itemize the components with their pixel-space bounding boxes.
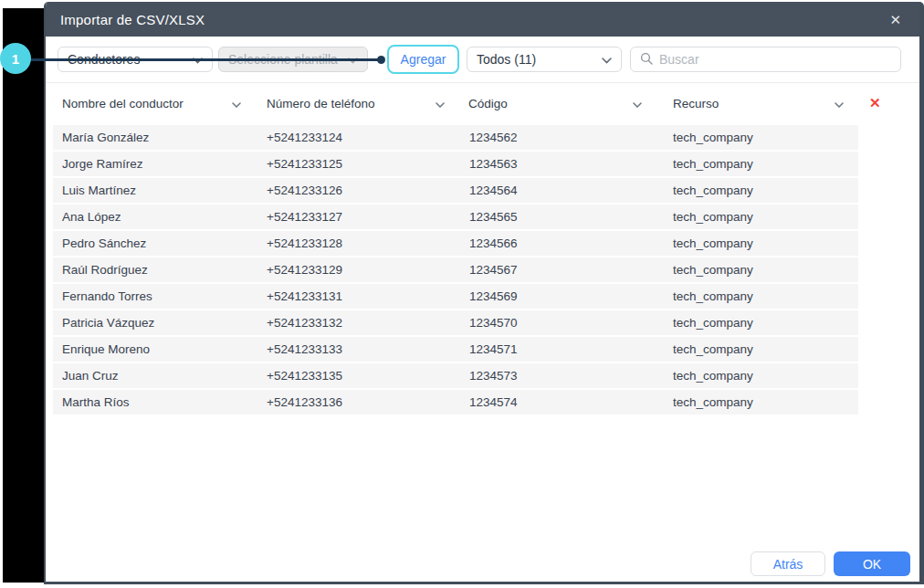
cell-phone: +5241233132: [256, 316, 459, 330]
column-header-code[interactable]: Código: [459, 97, 662, 110]
table-header-row: Nombre del conductor Número de teléfono …: [46, 83, 919, 123]
cell-resource: tech_company: [662, 289, 858, 303]
cell-code: 1234569: [459, 289, 662, 303]
import-csv-dialog: Importar de CSV/XLSX ✕ Conductores Selec…: [44, 2, 924, 584]
table-body: María González +5241233124 1234562 tech_…: [46, 125, 919, 415]
cell-code: 1234574: [459, 395, 662, 409]
table-row: Jorge Ramírez +5241233125 1234563 tech_c…: [53, 152, 858, 176]
dialog-footer: Atrás OK: [751, 551, 910, 576]
column-header-resource[interactable]: Recurso: [662, 97, 858, 110]
cell-resource: tech_company: [662, 210, 858, 224]
filter-select-value: Todos (11): [477, 52, 536, 67]
cell-phone: +5241233135: [256, 369, 459, 383]
cell-name: Raúl Rodríguez: [53, 263, 256, 277]
cell-resource: tech_company: [662, 263, 858, 277]
table-row: Patricia Vázquez +5241233132 1234570 tec…: [53, 310, 858, 335]
column-header-label: Nombre del conductor: [62, 97, 184, 110]
ok-button[interactable]: OK: [834, 551, 910, 576]
page-backdrop: [3, 8, 45, 583]
search-field: [630, 47, 901, 72]
cell-name: Fernando Torres: [53, 289, 256, 303]
chevron-down-icon: [436, 97, 445, 110]
cell-resource: tech_company: [662, 342, 858, 356]
table-row: Enrique Moreno +5241233133 1234571 tech_…: [53, 337, 858, 362]
cell-phone: +5241233136: [256, 395, 459, 409]
chevron-down-icon: [232, 97, 241, 110]
cell-code: 1234571: [459, 342, 662, 356]
annotation-connector-line: [30, 58, 378, 61]
chevron-down-icon: [602, 52, 612, 67]
cell-phone: +5241233129: [256, 263, 459, 277]
cell-phone: +5241233131: [256, 289, 459, 303]
dialog-title: Importar de CSV/XLSX: [60, 12, 205, 27]
table-row: Pedro Sánchez +5241233128 1234566 tech_c…: [53, 231, 858, 256]
annotation-dot: [377, 56, 385, 64]
cell-code: 1234570: [459, 316, 662, 330]
cell-code: 1234563: [459, 157, 662, 171]
add-button[interactable]: Agregar: [387, 45, 459, 74]
cell-name: Jorge Ramírez: [53, 157, 256, 171]
back-button[interactable]: Atrás: [751, 551, 825, 576]
cell-name: Juan Cruz: [53, 369, 256, 383]
cell-name: Pedro Sánchez: [53, 236, 256, 250]
column-header-label: Código: [468, 97, 508, 110]
cell-phone: +5241233128: [256, 236, 459, 250]
table-row: Ana López +5241233127 1234565 tech_compa…: [53, 205, 858, 229]
table-row: María González +5241233124 1234562 tech_…: [53, 125, 858, 150]
cell-code: 1234564: [459, 184, 662, 197]
column-header-label: Recurso: [673, 97, 719, 110]
annotation-step-badge: 1: [0, 43, 31, 74]
chevron-down-icon: [633, 97, 642, 110]
table-row: Luis Martínez +5241233126 1234564 tech_c…: [53, 178, 858, 203]
cell-name: Ana López: [53, 210, 256, 224]
cell-name: María González: [53, 131, 256, 144]
cell-code: 1234567: [459, 263, 662, 277]
cell-resource: tech_company: [662, 369, 858, 383]
chevron-down-icon: [835, 97, 844, 110]
cell-name: Enrique Moreno: [53, 342, 256, 356]
remove-icon: ✕: [869, 95, 881, 111]
dialog-title-bar: Importar de CSV/XLSX ✕: [46, 2, 919, 37]
table-row: Fernando Torres +5241233131 1234569 tech…: [53, 284, 858, 309]
cell-resource: tech_company: [662, 395, 858, 409]
cell-resource: tech_company: [662, 236, 858, 250]
search-icon: [640, 52, 653, 68]
column-header-name[interactable]: Nombre del conductor: [46, 97, 256, 110]
remove-column-button[interactable]: ✕: [858, 95, 919, 111]
cell-code: 1234573: [459, 369, 662, 383]
table-row: Martha Ríos +5241233136 1234574 tech_com…: [53, 390, 858, 415]
cell-resource: tech_company: [662, 157, 858, 171]
cell-resource: tech_company: [662, 131, 858, 144]
cell-phone: +5241233127: [256, 210, 459, 224]
cell-phone: +5241233124: [256, 131, 459, 144]
column-header-phone[interactable]: Número de teléfono: [256, 97, 459, 110]
cell-code: 1234566: [459, 236, 662, 250]
table-row: Juan Cruz +5241233135 1234573 tech_compa…: [53, 363, 858, 388]
cell-code: 1234565: [459, 210, 662, 224]
cell-phone: +5241233133: [256, 342, 459, 356]
cell-name: Luis Martínez: [53, 184, 256, 197]
cell-name: Patricia Vázquez: [53, 316, 256, 330]
cell-name: Martha Ríos: [53, 395, 256, 409]
cell-phone: +5241233126: [256, 184, 459, 197]
filter-select[interactable]: Todos (11): [467, 47, 622, 72]
table-row: Raúl Rodríguez +5241233129 1234567 tech_…: [53, 257, 858, 282]
search-input[interactable]: [659, 52, 891, 67]
cell-phone: +5241233125: [256, 157, 459, 171]
cell-resource: tech_company: [662, 184, 858, 197]
cell-code: 1234562: [459, 131, 662, 144]
close-icon[interactable]: ✕: [886, 11, 905, 28]
column-header-label: Número de teléfono: [267, 97, 375, 110]
cell-resource: tech_company: [662, 316, 858, 330]
